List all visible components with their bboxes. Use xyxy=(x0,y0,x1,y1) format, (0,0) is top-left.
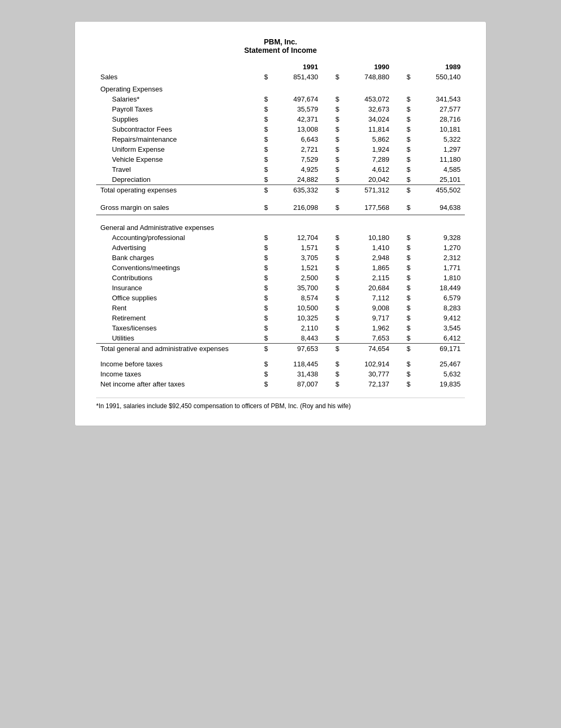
total-ga-1989: 69,171 xyxy=(418,343,465,354)
operating-expenses-label: Operating Expenses xyxy=(96,82,260,94)
table-row: Payroll Taxes $ 35,579 $ 32,673 $ 27,577 xyxy=(96,104,465,114)
total-operating-1989: 455,502 xyxy=(418,185,465,196)
year-1990-header: 1990 xyxy=(347,62,394,72)
sales-1990: 748,880 xyxy=(347,72,394,82)
table-row: Supplies $ 42,371 $ 34,024 $ 28,716 xyxy=(96,114,465,124)
spacer-row-2 xyxy=(96,215,465,220)
net-income-row: Net income after after taxes $ 87,007 $ … xyxy=(96,379,465,389)
statement-title: Statement of Income xyxy=(96,46,465,54)
year-1989-header: 1989 xyxy=(418,62,465,72)
gross-margin-1989: 94,638 xyxy=(418,200,465,215)
statement-header: PBM, Inc. Statement of Income xyxy=(96,38,465,54)
total-ga-1991: 97,653 xyxy=(276,343,323,354)
table-row: Conventions/meetings $ 1,521 $ 1,865 $ 1… xyxy=(96,263,465,273)
item-1990: 453,072 xyxy=(347,94,394,104)
income-taxes-1990: 30,777 xyxy=(347,369,394,379)
footnote: *In 1991, salaries include $92,450 compe… xyxy=(96,398,465,410)
table-row: Repairs/maintenance $ 6,643 $ 5,862 $ 5,… xyxy=(96,134,465,144)
sales-dollar-1990: $ xyxy=(331,72,347,82)
ga-header-label: General and Administrative expenses xyxy=(96,220,260,233)
company-name: PBM, Inc. xyxy=(96,38,465,46)
sales-dollar-1991: $ xyxy=(260,72,276,82)
table-row: Contributions $ 2,500 $ 2,115 $ 1,810 xyxy=(96,273,465,283)
total-operating-1990: 571,312 xyxy=(347,185,394,196)
table-row: Subcontractor Fees $ 13,008 $ 11,814 $ 1… xyxy=(96,124,465,134)
spacer-row-3 xyxy=(96,354,465,359)
item-label: Salaries* xyxy=(96,94,260,104)
table-row: Rent $ 10,500 $ 9,008 $ 8,283 xyxy=(96,303,465,313)
table-row: Depreciation $ 24,882 $ 20,042 $ 25,101 xyxy=(96,174,465,185)
column-headers: 1991 1990 1989 xyxy=(96,62,465,72)
income-table: 1991 1990 1989 Sales $ 851,430 $ 748,880… xyxy=(96,62,465,389)
table-row: Travel $ 4,925 $ 4,612 $ 4,585 xyxy=(96,164,465,174)
year-1991-header: 1991 xyxy=(276,62,323,72)
income-before-taxes-1990: 102,914 xyxy=(347,359,394,369)
net-income-1990: 72,137 xyxy=(347,379,394,389)
gross-margin-label: Gross margin on sales xyxy=(96,200,260,215)
label-header xyxy=(96,62,260,72)
income-taxes-row: Income taxes $ 31,438 $ 30,777 $ 5,632 xyxy=(96,369,465,379)
income-before-taxes-label: Income before taxes xyxy=(96,359,260,369)
total-operating-row: Total operating expenses $ 635,332 $ 571… xyxy=(96,185,465,196)
table-row: Accounting/professional $ 12,704 $ 10,18… xyxy=(96,233,465,243)
total-operating-label: Total operating expenses xyxy=(96,185,260,196)
sales-1989: 550,140 xyxy=(418,72,465,82)
financial-statement: PBM, Inc. Statement of Income 1991 1990 … xyxy=(74,21,487,426)
total-operating-1991: 635,332 xyxy=(276,185,323,196)
table-row: Salaries* $ 497,674 $ 453,072 $ 341,543 xyxy=(96,94,465,104)
table-row: Office supplies $ 8,574 $ 7,112 $ 6,579 xyxy=(96,293,465,303)
ga-header-row: General and Administrative expenses xyxy=(96,220,465,233)
total-ga-label: Total general and administrative expense… xyxy=(96,343,260,354)
table-row: Taxes/licenses $ 2,110 $ 1,962 $ 3,545 xyxy=(96,323,465,333)
sales-dollar-1989: $ xyxy=(403,72,418,82)
income-taxes-1989: 5,632 xyxy=(418,369,465,379)
table-row: Uniform Expense $ 2,721 $ 1,924 $ 1,297 xyxy=(96,144,465,154)
net-income-1991: 87,007 xyxy=(276,379,323,389)
gross-margin-row: Gross margin on sales $ 216,098 $ 177,56… xyxy=(96,200,465,215)
item-1991: 497,674 xyxy=(276,94,323,104)
sales-row: Sales $ 851,430 $ 748,880 $ 550,140 xyxy=(96,72,465,82)
table-row: Retirement $ 10,325 $ 9,717 $ 9,412 xyxy=(96,313,465,323)
income-before-taxes-1989: 25,467 xyxy=(418,359,465,369)
income-before-taxes-1991: 118,445 xyxy=(276,359,323,369)
sales-1991: 851,430 xyxy=(276,72,323,82)
gross-margin-1990: 177,568 xyxy=(347,200,394,215)
total-ga-row: Total general and administrative expense… xyxy=(96,343,465,354)
sales-label: Sales xyxy=(96,72,260,82)
table-row: Insurance $ 35,700 $ 20,684 $ 18,449 xyxy=(96,283,465,293)
spacer-row xyxy=(96,195,465,200)
table-row: Advertising $ 1,571 $ 1,410 $ 1,270 xyxy=(96,243,465,253)
item-1989: 341,543 xyxy=(418,94,465,104)
operating-expenses-header-row: Operating Expenses xyxy=(96,82,465,94)
income-taxes-label: Income taxes xyxy=(96,369,260,379)
gross-margin-1991: 216,098 xyxy=(276,200,323,215)
net-income-1989: 19,835 xyxy=(418,379,465,389)
income-taxes-1991: 31,438 xyxy=(276,369,323,379)
net-income-label: Net income after after taxes xyxy=(96,379,260,389)
income-before-taxes-row: Income before taxes $ 118,445 $ 102,914 … xyxy=(96,359,465,369)
total-ga-1990: 74,654 xyxy=(347,343,394,354)
table-row: Vehicle Expense $ 7,529 $ 7,289 $ 11,180 xyxy=(96,154,465,164)
table-row: Utilities $ 8,443 $ 7,653 $ 6,412 xyxy=(96,333,465,344)
table-row: Bank charges $ 3,705 $ 2,948 $ 2,312 xyxy=(96,253,465,263)
